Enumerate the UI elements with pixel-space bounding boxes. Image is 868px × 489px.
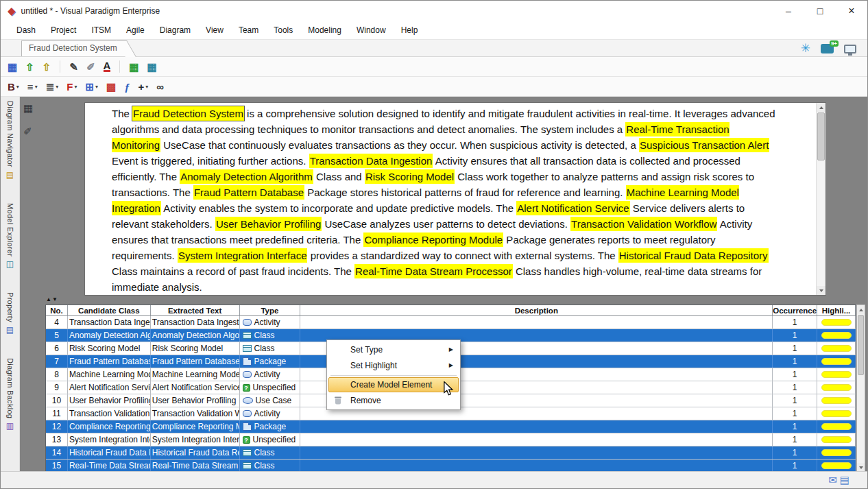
submenu-arrow-icon: ▶	[449, 362, 453, 368]
generate-candidates-icon[interactable]: ▦ ▾	[126, 60, 141, 74]
text-segment: Transaction Data Ingestion	[309, 154, 433, 168]
presentation-icon[interactable]	[844, 45, 856, 53]
text-segment: Fraud Detection System	[132, 106, 244, 121]
column-header[interactable]: Occurrence	[773, 305, 817, 315]
context-menu-item[interactable]: Remove ▶	[328, 392, 459, 408]
menu-item-icon	[335, 381, 342, 389]
document-scrollbar[interactable]	[816, 103, 825, 295]
highlight-color-swatch	[821, 410, 852, 417]
tab-fraud-detection-system[interactable]: Fraud Detection System	[21, 40, 126, 56]
context-menu-item[interactable]: Set Highlight ▶	[328, 357, 459, 373]
document-text: The Fraud Detection System is a comprehe…	[85, 103, 816, 295]
message-icon[interactable]: ✉	[828, 475, 837, 486]
candidate-row[interactable]: 14 Historical Fraud Data Repository Hist…	[46, 446, 856, 460]
window-title: untitled * - Visual Paradigm Enterprise	[21, 6, 160, 16]
visual-paradigm-window: ◆ untitled * - Visual Paradigm Enterpris…	[0, 0, 868, 489]
list-icon[interactable]: ≣ ▾	[43, 80, 62, 94]
sidebar-tab-model-explorer[interactable]: Model Explorer ◫	[6, 203, 14, 269]
candidate-row[interactable]: 4 Transaction Data Ingestion Transaction…	[46, 316, 856, 329]
package-icon	[243, 359, 252, 366]
dropdown-arrow-icon[interactable]: ▾	[56, 84, 58, 90]
export-diagram-icon[interactable]: ⇧ ▾	[23, 60, 37, 74]
note-icon[interactable]: ▤	[840, 475, 849, 486]
dropdown-arrow-icon[interactable]: ▾	[145, 84, 148, 90]
assistant-icon[interactable]: ✳	[801, 43, 810, 55]
candidate-table-icon[interactable]: ▦ ▾	[145, 60, 160, 74]
menu-item[interactable]: ITSM	[84, 23, 119, 38]
menu-item[interactable]: Agile	[119, 23, 152, 38]
candidate-row[interactable]: 12 Compliance Reporting Module Complianc…	[46, 420, 856, 433]
highlight-color-swatch	[821, 371, 852, 378]
status-bar: ✉ ▤	[1, 471, 867, 488]
close-button[interactable]: ×	[836, 1, 867, 21]
add-icon[interactable]: + ▾	[136, 80, 152, 94]
context-menu-item[interactable]: Create Model Element ▶	[328, 377, 459, 392]
sidebar-tab-property[interactable]: Property ▤	[6, 292, 14, 335]
table-scrollbar[interactable]	[856, 305, 865, 471]
dropdown-arrow-icon[interactable]: ▾	[35, 84, 38, 90]
menu-item[interactable]: Modeling	[300, 23, 349, 38]
find-icon[interactable]: ∞ ▾	[154, 80, 167, 94]
sidebar-tab-diagram-backlog[interactable]: Diagram Backlog ▥	[6, 358, 14, 431]
menu-item[interactable]: View	[198, 23, 231, 38]
scrollbar-thumb[interactable]	[858, 315, 864, 375]
formula-icon[interactable]: ƒ ▾	[121, 80, 132, 94]
scroll-down-icon[interactable]	[857, 463, 865, 471]
dropdown-arrow-icon[interactable]: ▾	[16, 84, 19, 90]
align-icon[interactable]: ≡ ▾	[25, 80, 40, 94]
column-header[interactable]: No.	[46, 305, 68, 315]
table-icon[interactable]: ⊞ ▾	[82, 80, 101, 94]
column-header[interactable]: Candidate Class	[68, 305, 151, 315]
grid-tool-icon[interactable]: ▦	[23, 102, 33, 115]
candidate-row[interactable]: 15 Real-Time Data Stream Processor Real-…	[46, 460, 856, 471]
column-header[interactable]: Description	[300, 305, 773, 315]
candidate-row[interactable]: 13 System Integration Interface System I…	[46, 433, 856, 446]
class-icon	[243, 332, 252, 339]
menu-item[interactable]: Dash	[9, 23, 43, 38]
menu-item[interactable]: Project	[43, 23, 84, 38]
menu-item[interactable]: Window	[349, 23, 394, 38]
scroll-down-icon[interactable]	[817, 286, 825, 295]
maximize-button[interactable]: □	[804, 1, 836, 21]
font-icon[interactable]: A ▾	[101, 60, 114, 73]
context-menu-item[interactable]: Set Type ▶	[328, 342, 459, 357]
menu-item[interactable]: Diagram	[152, 23, 198, 38]
color-palette-icon[interactable]: ▩ ▾	[104, 80, 119, 94]
table-splitter-toggle[interactable]: ▲▼	[46, 296, 58, 303]
activity-icon	[243, 319, 252, 326]
activity-icon	[243, 371, 252, 378]
diagram-tab-bar: Fraud Detection System ✳ 9+	[1, 39, 867, 57]
toolbar-formatting: B ▾ ≡ ▾ ≣ ▾ F ▾ ⊞	[1, 77, 867, 97]
font-style-icon[interactable]: F ▾	[64, 80, 80, 94]
column-header[interactable]: Type	[240, 305, 301, 315]
column-header[interactable]: Highli...	[817, 305, 856, 315]
menu-item[interactable]: Team	[231, 23, 266, 38]
context-menu: Set Type ▶ Set Highlight ▶ Create Model	[326, 339, 461, 410]
text-segment: System Integration Interface	[178, 248, 308, 263]
text-segment: Risk Scoring Model	[365, 169, 455, 184]
class-icon	[243, 462, 252, 469]
dropdown-arrow-icon[interactable]: ▾	[74, 84, 77, 90]
text-analysis-icon[interactable]: ▦ ▾	[5, 60, 20, 74]
stamp-tool-icon[interactable]: ✐	[23, 126, 33, 138]
menu-item[interactable]: Help	[394, 23, 426, 38]
scroll-up-icon[interactable]	[857, 305, 865, 314]
scroll-up-icon[interactable]	[817, 103, 825, 112]
bold-icon[interactable]: B ▾	[5, 80, 22, 94]
menu-item[interactable]: Tools	[266, 23, 300, 38]
column-header[interactable]: Extracted Text	[151, 305, 240, 315]
dropdown-arrow-icon[interactable]: ▾	[95, 84, 98, 90]
text-segment: Anomaly Detection Algorithm	[180, 169, 313, 184]
diagram-navigator-icon: ▤	[6, 171, 14, 180]
community-chat-icon[interactable]: 9+	[821, 44, 834, 53]
minimize-button[interactable]: –	[773, 1, 804, 21]
text-segment: Transaction Validation Workflow	[570, 217, 717, 231]
activity-icon	[243, 410, 252, 417]
pen-icon[interactable]: ✎ ▾	[67, 60, 81, 74]
text-analysis-document[interactable]: The Fraud Detection System is a comprehe…	[84, 102, 826, 296]
highlighter-icon[interactable]: ✐ ▾	[84, 60, 98, 74]
import-icon[interactable]: ⇧ ▾	[40, 60, 54, 74]
sidebar-tab-diagram-navigator[interactable]: Diagram Navigator ▤	[6, 101, 14, 180]
scrollbar-thumb[interactable]	[817, 112, 825, 160]
menu-item-icon	[335, 346, 341, 353]
